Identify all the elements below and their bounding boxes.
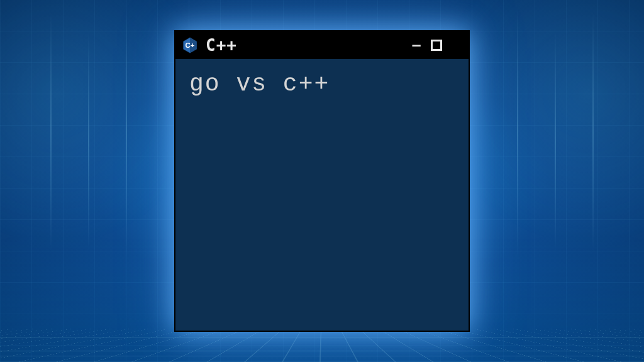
window-body: go vs c++ <box>175 59 469 331</box>
window-controls: — <box>409 38 464 52</box>
svg-text:C+: C+ <box>186 41 195 49</box>
window-titlebar[interactable]: C+ C++ — <box>175 31 469 59</box>
close-button[interactable] <box>450 38 464 52</box>
cpp-logo-icon: C+ <box>180 36 199 55</box>
minimize-button[interactable]: — <box>409 38 423 52</box>
terminal-window: C+ C++ — go vs c++ <box>174 30 470 332</box>
close-icon <box>450 38 464 52</box>
maximize-button[interactable] <box>430 38 443 52</box>
svg-line-3 <box>452 40 461 50</box>
window-title: C++ <box>206 36 237 55</box>
svg-line-4 <box>452 40 461 50</box>
body-content-text: go vs c++ <box>189 70 455 97</box>
